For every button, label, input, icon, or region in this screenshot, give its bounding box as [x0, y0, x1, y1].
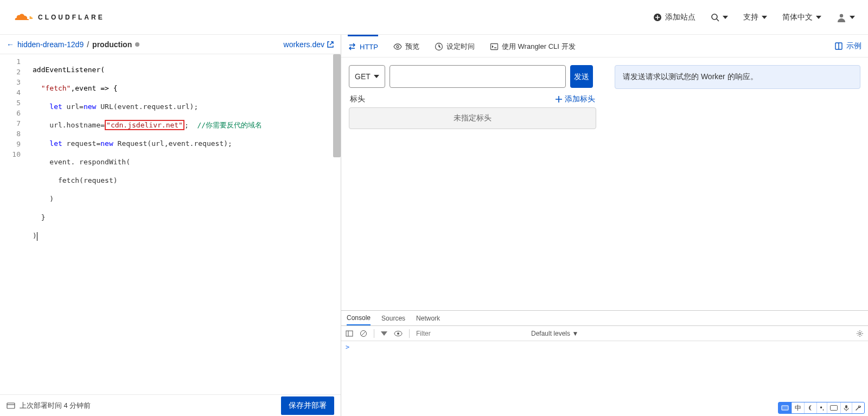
- svg-point-2: [840, 14, 843, 17]
- deploy-status-icon: [7, 401, 15, 410]
- chevron-down-icon: [762, 16, 767, 19]
- devtools-toolbar: Default levels ▼: [341, 326, 868, 341]
- send-button[interactable]: 发送: [570, 65, 593, 88]
- ime-comma-icon[interactable]: •,: [817, 402, 827, 413]
- ime-moon-icon[interactable]: [805, 402, 817, 413]
- devtools: Console Sources Network Default levels ▼…: [341, 310, 868, 416]
- svg-point-11: [397, 332, 399, 335]
- swap-icon: [348, 42, 356, 51]
- code-editor[interactable]: 12345678910 addEventListener( "fetch",ev…: [0, 54, 341, 394]
- tab-http[interactable]: HTTP: [348, 35, 378, 57]
- global-header: CLOUDFLARE 添加站点 支持 简体中文: [0, 0, 868, 35]
- plus-icon: [555, 95, 563, 103]
- ime-toolbar[interactable]: 中 •,: [778, 402, 865, 414]
- breadcrumb-sep: /: [87, 40, 89, 49]
- ime-mic-icon[interactable]: [841, 402, 852, 413]
- status-dot: [135, 42, 139, 47]
- account-menu[interactable]: [837, 12, 855, 22]
- clock-icon: [435, 42, 443, 51]
- workers-dev-link[interactable]: workers.dev: [284, 40, 334, 49]
- back-arrow[interactable]: ←: [7, 40, 14, 49]
- svg-rect-3: [7, 403, 15, 408]
- header-right: 添加站点 支持 简体中文: [653, 12, 855, 22]
- code-area[interactable]: addEventListener( "fetch",event => { let…: [27, 54, 341, 394]
- editor-footer: 上次部署时间 4 分钟前 保存并部署: [0, 394, 341, 416]
- editor-panel: ← hidden-dream-12d9 / production workers…: [0, 35, 341, 416]
- worker-name-link[interactable]: hidden-dream-12d9: [17, 40, 84, 49]
- support-menu[interactable]: 支持: [743, 12, 767, 22]
- tab-cli[interactable]: 使用 Wrangler CLI 开发: [490, 35, 576, 57]
- svg-point-12: [859, 332, 861, 335]
- chevron-down-icon: [723, 16, 728, 19]
- book-icon: [834, 42, 843, 50]
- eye-icon: [393, 42, 402, 51]
- request-row: GET 发送: [341, 57, 604, 92]
- devtools-tabs: Console Sources Network: [341, 311, 868, 326]
- no-headers-box: 未指定标头: [349, 107, 596, 129]
- method-select[interactable]: GET: [349, 65, 385, 88]
- ime-lang[interactable]: 中: [792, 402, 805, 413]
- cloudflare-logo[interactable]: CLOUDFLARE: [13, 11, 105, 23]
- clear-console-icon[interactable]: [360, 330, 367, 337]
- dt-tab-console[interactable]: Console: [347, 311, 371, 325]
- test-panel: HTTP 预览 设定时间 使用 Wrangler CLI 开发 示例: [341, 35, 868, 416]
- last-deploy-text: 上次部署时间 4 分钟前: [20, 401, 91, 411]
- test-tabs: HTTP 预览 设定时间 使用 Wrangler CLI 开发 示例: [341, 35, 868, 57]
- cloud-icon: [13, 11, 34, 23]
- live-expression-icon[interactable]: [394, 330, 403, 337]
- tab-preview[interactable]: 预览: [393, 35, 419, 57]
- save-deploy-button[interactable]: 保存并部署: [281, 396, 334, 415]
- svg-point-4: [397, 46, 399, 48]
- env-label: production: [92, 40, 132, 49]
- console-filter-input[interactable]: [416, 330, 525, 337]
- ime-keyboard-icon[interactable]: [778, 402, 792, 413]
- url-input[interactable]: [390, 65, 566, 88]
- ime-kbd-icon[interactable]: [827, 402, 841, 413]
- plus-circle-icon: [653, 13, 662, 22]
- headers-label: 标头: [350, 94, 365, 104]
- dt-tab-sources[interactable]: Sources: [381, 311, 405, 325]
- chevron-down-icon: [850, 16, 855, 19]
- examples-link[interactable]: 示例: [834, 41, 861, 51]
- brand-text: CLOUDFLARE: [38, 14, 105, 21]
- svg-rect-8: [346, 331, 353, 336]
- ime-wrench-icon[interactable]: [852, 402, 864, 413]
- search-button[interactable]: [711, 13, 728, 22]
- context-dropdown-icon[interactable]: [381, 331, 387, 336]
- svg-rect-16: [845, 405, 847, 408]
- svg-rect-15: [831, 406, 838, 411]
- external-link-icon: [327, 41, 334, 48]
- tab-schedule[interactable]: 设定时间: [435, 35, 475, 57]
- devtools-settings-icon[interactable]: [856, 330, 864, 337]
- svg-point-1: [712, 14, 717, 20]
- chevron-down-icon: [816, 16, 821, 19]
- main: ← hidden-dream-12d9 / production workers…: [0, 35, 868, 416]
- log-levels-dropdown[interactable]: Default levels ▼: [531, 330, 578, 337]
- svg-rect-6: [490, 44, 497, 50]
- editor-scrollbar[interactable]: [333, 54, 341, 157]
- terminal-icon: [490, 42, 499, 51]
- language-menu[interactable]: 简体中文: [782, 12, 821, 22]
- add-site-button[interactable]: 添加站点: [653, 12, 695, 22]
- breadcrumb: ← hidden-dream-12d9 / production workers…: [0, 35, 341, 54]
- response-hint: 请发送请求以测试您的 Worker 的响应。: [615, 65, 860, 89]
- search-icon: [711, 13, 719, 22]
- headers-section: 标头 添加标头 未指定标头: [349, 92, 596, 129]
- console-prompt: >: [346, 343, 349, 351]
- user-icon: [837, 12, 846, 22]
- sidebar-toggle-icon[interactable]: [346, 330, 353, 337]
- chevron-down-icon: [374, 75, 379, 78]
- add-header-button[interactable]: 添加标头: [555, 94, 595, 104]
- dt-tab-network[interactable]: Network: [416, 311, 440, 325]
- line-gutter: 12345678910: [0, 54, 27, 394]
